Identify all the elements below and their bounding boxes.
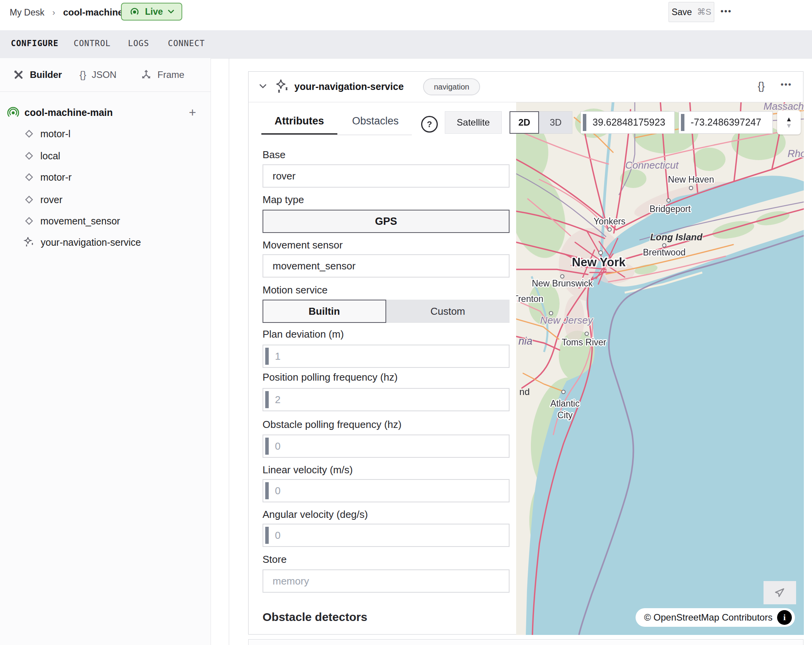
- component-diamond-icon: [24, 129, 34, 139]
- config-sidebar: Builder {} JSON Frame cool-machine-main …: [0, 58, 211, 645]
- step-down-icon[interactable]: ▼: [786, 122, 792, 129]
- breadcrumb: My Desk › cool-machine: [10, 7, 123, 18]
- breadcrumb-current: cool-machine: [63, 7, 123, 17]
- map-type-gps-button[interactable]: GPS: [263, 210, 510, 233]
- tree-item-rover[interactable]: rover: [0, 189, 211, 210]
- store-input[interactable]: memory: [263, 569, 510, 593]
- map-attribution: © OpenStreetMap Contributors i: [636, 608, 795, 627]
- frame-axes-icon: [140, 69, 152, 81]
- help-icon[interactable]: ?: [421, 116, 438, 133]
- satellite-toggle-button[interactable]: Satellite: [445, 111, 502, 134]
- step-up-icon[interactable]: ▲: [786, 116, 792, 122]
- top-header: My Desk › cool-machine Live Save ⌘S •••: [0, 0, 812, 31]
- map-label: Long Island: [650, 232, 703, 242]
- drag-handle[interactable]: [265, 438, 269, 455]
- drag-handle[interactable]: [265, 527, 269, 544]
- field-label-map-type: Map type: [263, 194, 304, 206]
- drag-handle[interactable]: [265, 348, 269, 365]
- view-tab-json-label: JSON: [92, 69, 116, 80]
- base-input[interactable]: rover: [263, 164, 510, 188]
- map-label: New Brunswick: [532, 278, 593, 288]
- position-polling-input[interactable]: 2: [263, 388, 510, 411]
- longitude-input[interactable]: -73.2486397247: [679, 111, 773, 134]
- map-label: Connecticut: [625, 159, 679, 171]
- view-tab-json[interactable]: {} JSON: [79, 58, 116, 91]
- motion-service-segmented: Builtin Custom: [263, 300, 510, 323]
- base-value: rover: [273, 170, 295, 182]
- tree-item-navigation-service[interactable]: your-navigation-service: [0, 231, 211, 253]
- navigation-arrow-icon: [774, 586, 786, 599]
- card-more-menu-icon[interactable]: •••: [781, 79, 792, 90]
- attribution-text: © OpenStreetMap Contributors: [644, 612, 772, 623]
- live-badge-label: Live: [145, 7, 163, 17]
- tab-attributes[interactable]: Attributes: [261, 115, 337, 135]
- tab-control[interactable]: CONTROL: [74, 39, 111, 48]
- live-status-badge[interactable]: Live: [121, 3, 182, 21]
- map-label: Bridgeport: [650, 204, 691, 214]
- view-3d-button[interactable]: 3D: [539, 111, 572, 134]
- drag-handle[interactable]: [681, 114, 684, 131]
- angular-velocity-value: 0: [275, 529, 280, 542]
- tab-obstacles[interactable]: Obstacles: [339, 115, 412, 135]
- map-label: Trenton: [516, 294, 543, 304]
- view-2d-button[interactable]: 2D: [510, 111, 539, 134]
- locate-robot-button[interactable]: [764, 581, 796, 604]
- map-label: Brentwood: [643, 247, 686, 257]
- service-sparkles-icon: [24, 237, 35, 248]
- openstreetmap-canvas: Massach Rhod Connecticut New Haven Bridg…: [516, 102, 804, 635]
- field-label-angular-velocity: Angular velocity (deg/s): [263, 509, 368, 521]
- tab-connect[interactable]: CONNECT: [168, 39, 205, 48]
- linear-velocity-input[interactable]: 0: [263, 479, 510, 502]
- header-more-menu-icon[interactable]: •••: [720, 6, 732, 16]
- tab-configure[interactable]: CONFIGURE: [11, 39, 59, 48]
- code-braces-icon[interactable]: {}: [758, 80, 765, 92]
- map-label: nia: [518, 335, 532, 347]
- tab-logs[interactable]: LOGS: [128, 39, 149, 48]
- map-label: New Jersey: [540, 314, 594, 326]
- tree-item-local[interactable]: local: [0, 145, 211, 167]
- drag-handle[interactable]: [583, 114, 586, 131]
- map-label: Rhod: [788, 148, 804, 159]
- motion-service-custom-option[interactable]: Custom: [386, 300, 510, 323]
- obstacle-detectors-heading: Obstacle detectors: [263, 611, 367, 624]
- movement-sensor-input[interactable]: movement_sensor: [263, 254, 510, 278]
- save-shortcut: ⌘S: [697, 7, 711, 17]
- tree-item-movement-sensor[interactable]: movement_sensor: [0, 210, 211, 232]
- tree-item-label: local: [40, 150, 60, 162]
- tree-root-machine[interactable]: cool-machine-main +: [0, 102, 211, 123]
- drag-handle[interactable]: [265, 391, 269, 408]
- obstacle-polling-value: 0: [275, 440, 280, 452]
- add-component-button[interactable]: +: [189, 105, 196, 120]
- collapse-chevron-icon[interactable]: [259, 83, 267, 89]
- panel-divider: [229, 58, 229, 645]
- json-braces-icon: {}: [79, 69, 86, 81]
- map-label: City: [557, 410, 573, 420]
- plan-deviation-input[interactable]: 1: [263, 345, 510, 368]
- save-button[interactable]: Save ⌘S: [669, 2, 714, 22]
- component-diamond-icon: [24, 151, 34, 161]
- tree-item-label: motor-l: [40, 128, 71, 140]
- coordinate-stepper[interactable]: ▲ ▼: [777, 110, 801, 135]
- latitude-input[interactable]: 39.62848175923: [580, 111, 675, 134]
- view-tab-builder[interactable]: Builder: [13, 58, 62, 91]
- navigation-map[interactable]: Massach Rhod Connecticut New Haven Bridg…: [516, 102, 804, 635]
- plan-deviation-value: 1: [275, 350, 280, 362]
- breadcrumb-parent[interactable]: My Desk: [10, 7, 44, 17]
- drag-handle[interactable]: [265, 482, 269, 499]
- obstacle-polling-input[interactable]: 0: [263, 435, 510, 458]
- broadcast-icon: [129, 6, 140, 17]
- tree-item-motor-l[interactable]: motor-l: [0, 123, 211, 145]
- tree-item-label: rover: [40, 194, 62, 205]
- service-type-badge: navigation: [423, 78, 480, 95]
- info-icon[interactable]: i: [777, 610, 792, 625]
- motion-service-builtin-option[interactable]: Builtin: [263, 300, 386, 323]
- linear-velocity-value: 0: [275, 485, 280, 497]
- card-header: your-navigation-service navigation {} ••…: [249, 72, 803, 102]
- angular-velocity-input[interactable]: 0: [263, 524, 510, 547]
- map-label: nd: [519, 386, 530, 397]
- field-label-motion-service: Motion service: [263, 284, 328, 296]
- navigation-service-card: your-navigation-service navigation {} ••…: [248, 71, 803, 635]
- tree-item-motor-r[interactable]: motor-r: [0, 166, 211, 188]
- field-label-position-polling: Position polling frequency (hz): [263, 371, 397, 383]
- view-tab-frame[interactable]: Frame: [140, 58, 184, 91]
